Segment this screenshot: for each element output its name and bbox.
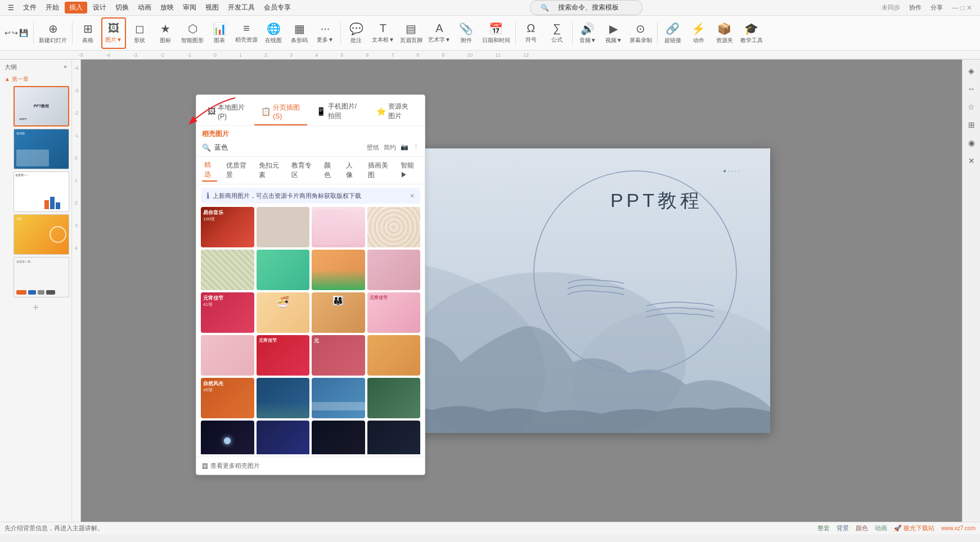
right-icon-1[interactable]: ◈: [965, 64, 978, 78]
fit-btn[interactable]: 整套: [817, 524, 830, 532]
menu-view[interactable]: 视图: [202, 2, 222, 13]
shape-btn[interactable]: ◻ 形状: [127, 17, 152, 49]
img-item-14[interactable]: 元宵佳节: [257, 335, 310, 376]
filter-portrait[interactable]: 人像: [344, 160, 359, 181]
online-btn[interactable]: 🌐 在线图: [261, 17, 286, 49]
hyperlink-btn[interactable]: 🔗 超链接: [660, 17, 685, 49]
video-btn[interactable]: ▶ 视频▼: [601, 17, 626, 49]
menu-design[interactable]: 设计: [89, 2, 110, 13]
slide-5-thumb[interactable]: 这是第一章...: [14, 257, 69, 297]
header-btn[interactable]: ▤ 页眉页脚: [398, 17, 425, 49]
img-item-4[interactable]: [367, 207, 421, 247]
img-item-10[interactable]: 🍜: [257, 292, 310, 333]
img-item-16[interactable]: [367, 335, 421, 376]
menu-insert[interactable]: 插入: [65, 2, 87, 13]
img-item-2[interactable]: [257, 207, 310, 247]
textbox-btn[interactable]: T 文本框▼: [370, 17, 397, 49]
redo-btn[interactable]: ↪: [12, 29, 18, 37]
slide-3-thumb[interactable]: 这是第一...: [14, 171, 69, 212]
img-item-22[interactable]: [257, 421, 310, 454]
collab-button[interactable]: 协作: [906, 2, 925, 13]
comment-btn[interactable]: 💬 批注: [344, 17, 368, 49]
notice-close-btn[interactable]: ✕: [410, 192, 415, 200]
table-btn[interactable]: ⊞ 表格: [75, 17, 100, 49]
img-item-6[interactable]: [257, 250, 310, 290]
add-slide-btn[interactable]: +: [2, 300, 69, 316]
save-btn[interactable]: 💾: [19, 29, 28, 37]
slide-2-thumb[interactable]: 海浪图: [14, 129, 69, 169]
menu-slideshow[interactable]: 放映: [157, 2, 177, 13]
bg-btn[interactable]: 背景: [837, 524, 849, 532]
img-item-3[interactable]: [312, 207, 365, 247]
attach-btn[interactable]: 📎 附件: [454, 17, 479, 49]
add-slide-icon[interactable]: +: [33, 302, 39, 314]
more-btn[interactable]: ··· 更多▼: [313, 17, 338, 49]
undo-btn[interactable]: ↩: [5, 29, 11, 37]
share-button[interactable]: 分享: [927, 2, 946, 13]
datetime-btn[interactable]: 📅 日期和时间: [480, 17, 513, 49]
teaching-btn[interactable]: 🎓 教学工具: [738, 17, 765, 49]
right-icon-4[interactable]: ⊞: [965, 118, 978, 132]
wallpaper-action[interactable]: 壁纸: [367, 143, 379, 152]
resource-btn[interactable]: 📦 资源夹: [712, 17, 737, 49]
filter-ai[interactable]: 智能▶: [398, 160, 419, 181]
icon-btn[interactable]: ★ 图标: [153, 17, 178, 49]
tab-phone[interactable]: 📱 手机图片/拍照: [309, 98, 367, 125]
img-item-21[interactable]: [201, 421, 254, 454]
img-item-18[interactable]: [257, 378, 310, 418]
image-btn[interactable]: 🖼 图片▼: [101, 17, 126, 49]
filter-illus[interactable]: 插画美图: [366, 160, 392, 181]
view-more-btn[interactable]: 🖼 查看更多稻壳图片: [196, 457, 425, 475]
menu-transition[interactable]: 切换: [112, 2, 132, 13]
tab-split[interactable]: 📋 分页插图(S): [254, 98, 307, 125]
img-item-13[interactable]: [201, 335, 254, 376]
chart-btn[interactable]: 📊 图表: [207, 17, 232, 49]
barcode-btn[interactable]: ▦ 条形码: [287, 17, 312, 49]
right-icon-6[interactable]: ✕: [965, 154, 978, 168]
menu-review[interactable]: 审阅: [179, 2, 200, 13]
symbol-btn[interactable]: Ω 符号: [519, 17, 543, 49]
img-item-11[interactable]: 👨‍👩‍👧: [312, 292, 365, 333]
menu-start[interactable]: 开始: [42, 2, 62, 13]
image-search-input[interactable]: [214, 144, 363, 152]
new-slide-btn[interactable]: ⊕ 新建幻灯片: [37, 17, 69, 49]
color-btn[interactable]: 颜色: [856, 524, 868, 532]
screenrec-btn[interactable]: ⊙ 屏幕录制: [627, 17, 654, 49]
img-item-5[interactable]: [201, 250, 254, 290]
stock-btn[interactable]: ≡ 稻壳资源: [233, 17, 260, 49]
img-item-1[interactable]: 易你音乐 100张: [201, 207, 254, 247]
arttext-btn[interactable]: A 艺术字▼: [426, 17, 453, 49]
sync-status[interactable]: 未同步: [878, 2, 903, 13]
search-bar[interactable]: 🔍 搜索命令、搜索模板: [530, 0, 642, 15]
img-item-24[interactable]: [367, 421, 421, 454]
menu-devtools[interactable]: 开发工具: [224, 2, 258, 13]
filter-quality[interactable]: 优质背景: [224, 160, 250, 181]
slide-1-thumb[interactable]: PPT教程 •PPT: [14, 86, 69, 127]
right-icon-5[interactable]: ◉: [965, 136, 978, 150]
anim-btn[interactable]: 动画: [875, 524, 887, 532]
filter-free[interactable]: 免扣元素: [257, 160, 282, 181]
formula-btn[interactable]: ∑ 公式: [545, 17, 569, 49]
img-item-9[interactable]: 元宵佳节 41张: [201, 292, 254, 333]
img-item-12[interactable]: 元宵佳节: [367, 292, 421, 333]
img-item-20[interactable]: [367, 378, 421, 418]
smart-btn[interactable]: ⬡ 智能图形: [179, 17, 206, 49]
right-icon-3[interactable]: ☆: [965, 100, 978, 114]
filter-selected[interactable]: 精选: [202, 159, 217, 182]
img-item-23[interactable]: [312, 421, 365, 454]
action-btn[interactable]: ⚡ 动作: [686, 17, 711, 49]
brand-label[interactable]: 🚀 极光下载站: [894, 524, 934, 532]
more-actions-icon[interactable]: ⋮: [413, 143, 419, 152]
menu-file[interactable]: 文件: [20, 2, 40, 13]
img-item-19[interactable]: [312, 378, 365, 418]
filter-edu[interactable]: 教育专区: [289, 160, 315, 181]
img-item-8[interactable]: [367, 250, 421, 290]
camera-icon[interactable]: 📷: [401, 143, 408, 152]
menu-member[interactable]: 会员专享: [260, 2, 294, 13]
audio-btn[interactable]: 🔊 音频▼: [576, 17, 600, 49]
tab-stock[interactable]: ⭐ 资源夹图片: [370, 98, 420, 125]
filter-color[interactable]: 颜色: [322, 160, 337, 181]
collapse-btn[interactable]: «: [64, 63, 67, 71]
right-icon-2[interactable]: ↔: [965, 82, 978, 96]
img-item-7[interactable]: [312, 250, 365, 290]
